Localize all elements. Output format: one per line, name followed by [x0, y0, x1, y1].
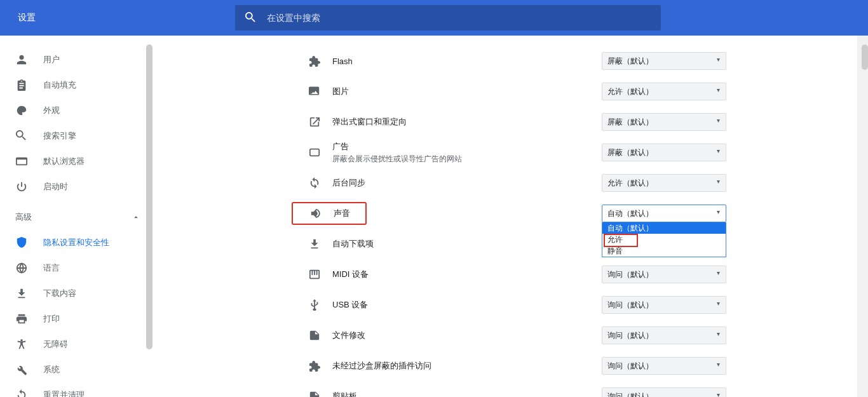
download-icon [15, 287, 28, 300]
search-icon [15, 130, 28, 142]
search-box[interactable] [235, 5, 661, 30]
select-input[interactable]: 询问（默认） [602, 387, 726, 397]
setting-label: Flash [332, 57, 602, 66]
midi-icon [308, 268, 321, 281]
dropdown: 自动（默认）允许静音 [602, 222, 726, 257]
page-title: 设置 [0, 12, 235, 24]
sidebar-adv-item-1[interactable]: 语言 [0, 255, 153, 281]
main-scrollbar-track[interactable] [857, 36, 868, 397]
power-icon [15, 180, 28, 193]
setting-row-10: 未经过沙盒屏蔽的插件访问询问（默认） [294, 351, 726, 381]
select-input[interactable]: 询问（默认） [602, 326, 726, 344]
select-input[interactable]: 屏蔽（默认） [602, 52, 726, 70]
image-icon [308, 85, 321, 98]
assignment-icon [15, 79, 28, 91]
sidebar-adv-item-6[interactable]: 重置并清理 [0, 382, 153, 397]
nav-label: 启动时 [43, 181, 68, 192]
nav-label: 打印 [43, 313, 60, 325]
nav-label: 系统 [43, 364, 60, 375]
usb-icon [308, 299, 321, 311]
select-input[interactable]: 询问（默认） [602, 266, 726, 283]
setting-label: 文件修改 [332, 330, 602, 341]
file-icon [308, 329, 321, 342]
setting-row-4: 后台同步允许（默认） [294, 168, 726, 198]
sidebar-scrollbar[interactable] [146, 44, 153, 349]
nav-label: 重置并清理 [43, 389, 85, 397]
setting-row-3: 广告屏蔽会展示侵扰性或误导性广告的网站屏蔽（默认） [294, 137, 726, 168]
nav-label: 用户 [43, 54, 60, 65]
sidebar-section-advanced[interactable]: 高级 [0, 205, 153, 230]
sidebar-item-5[interactable]: 启动时 [0, 174, 153, 199]
setting-select-11[interactable]: 询问（默认） [602, 387, 726, 397]
select-input[interactable]: 屏蔽（默认） [602, 113, 726, 131]
setting-label: 自动下载项 [332, 238, 602, 250]
setting-select-7[interactable]: 询问（默认） [602, 266, 726, 283]
main-content: Flash屏蔽（默认）图片允许（默认）弹出式窗口和重定向屏蔽（默认）广告屏蔽会展… [153, 36, 868, 397]
sidebar-item-4[interactable]: 默认浏览器 [0, 149, 153, 174]
select-input[interactable]: 屏蔽（默认） [602, 144, 726, 161]
sidebar-item-3[interactable]: 搜索引擎 [0, 123, 153, 149]
volume-icon [309, 207, 322, 220]
setting-select-0[interactable]: 屏蔽（默认） [602, 52, 726, 70]
accessibility-icon [15, 338, 28, 351]
settings-header: 设置 [0, 0, 868, 36]
sidebar-item-1[interactable]: 自动填充 [0, 72, 153, 98]
download-icon [308, 238, 321, 250]
setting-row-11: 剪贴板询问（默认） [294, 381, 726, 397]
setting-select-9[interactable]: 询问（默认） [602, 326, 726, 344]
puzzle-icon [308, 360, 321, 372]
setting-select-2[interactable]: 屏蔽（默认） [602, 113, 726, 131]
sidebar-adv-item-5[interactable]: 系统 [0, 357, 153, 382]
launch-icon [308, 116, 321, 128]
file-icon [308, 390, 321, 397]
select-input[interactable]: 询问（默认） [602, 357, 726, 375]
sidebar-adv-item-0[interactable]: 隐私设置和安全性 [0, 230, 153, 255]
sidebar-item-0[interactable]: 用户 [0, 47, 153, 72]
dropdown-option-1[interactable]: 允许 [602, 234, 726, 245]
nav-label: 搜索引擎 [43, 130, 76, 142]
nav-label: 隐私设置和安全性 [43, 237, 109, 248]
setting-row-7: MIDI 设备询问（默认） [294, 259, 726, 290]
setting-select-8[interactable]: 询问（默认） [602, 296, 726, 314]
setting-label: 图片 [332, 86, 602, 97]
select-input[interactable]: 允许（默认） [602, 174, 726, 192]
setting-select-3[interactable]: 屏蔽（默认） [602, 144, 726, 161]
setting-label: 广告屏蔽会展示侵扰性或误导性广告的网站 [332, 141, 602, 165]
setting-select-1[interactable]: 允许（默认） [602, 83, 726, 100]
select-input[interactable]: 自动（默认） [602, 205, 726, 222]
setting-row-0: Flash屏蔽（默认） [294, 46, 726, 76]
nav-label: 自动填充 [43, 79, 76, 91]
nav-label: 默认浏览器 [43, 156, 85, 167]
setting-select-4[interactable]: 允许（默认） [602, 174, 726, 192]
sidebar-adv-item-3[interactable]: 打印 [0, 306, 153, 332]
setting-row-9: 文件修改询问（默认） [294, 320, 726, 351]
setting-label: MIDI 设备 [332, 269, 602, 280]
palette-icon [15, 104, 28, 117]
main-scrollbar-thumb[interactable] [862, 44, 868, 70]
dropdown-option-2[interactable]: 静音 [602, 245, 726, 257]
rect-icon [308, 146, 321, 159]
sync-icon [308, 177, 321, 189]
setting-select-10[interactable]: 询问（默认） [602, 357, 726, 375]
nav-label: 语言 [43, 262, 60, 274]
wrench-icon [15, 363, 28, 376]
setting-row-8: USB 设备询问（默认） [294, 290, 726, 320]
search-icon [245, 12, 257, 24]
sidebar-adv-item-4[interactable]: 无障碍 [0, 332, 153, 357]
nav-label: 下载内容 [43, 288, 76, 299]
select-input[interactable]: 允许（默认） [602, 83, 726, 100]
setting-row-5: 声音自动（默认）自动（默认）允许静音 [294, 198, 726, 229]
person-icon [15, 53, 28, 66]
search-input[interactable] [267, 13, 651, 23]
print-icon [15, 313, 28, 325]
select-input[interactable]: 询问（默认） [602, 296, 726, 314]
shield-icon [15, 236, 28, 249]
dropdown-option-0[interactable]: 自动（默认） [602, 222, 726, 234]
sidebar-item-2[interactable]: 外观 [0, 98, 153, 123]
restore-icon [15, 389, 28, 397]
globe-icon [15, 262, 28, 274]
setting-select-5[interactable]: 自动（默认）自动（默认）允许静音 [602, 205, 726, 222]
sidebar-adv-item-2[interactable]: 下载内容 [0, 281, 153, 306]
setting-row-2: 弹出式窗口和重定向屏蔽（默认） [294, 107, 726, 137]
puzzle-icon [308, 55, 321, 67]
